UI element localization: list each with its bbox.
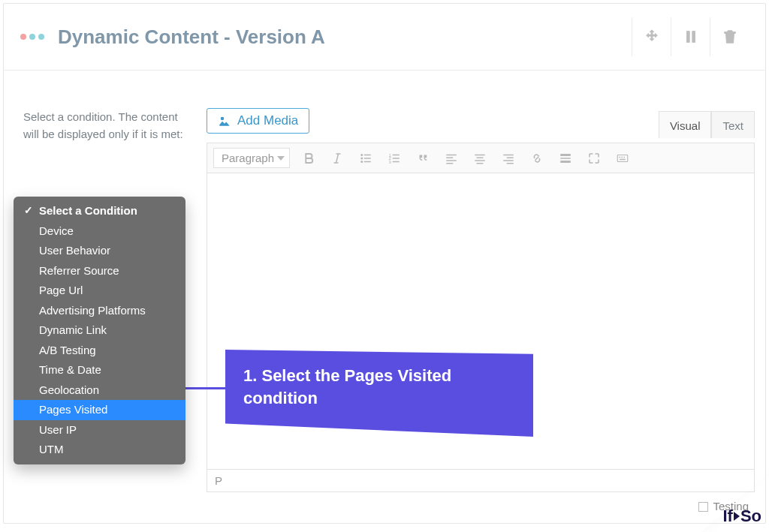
- dropdown-option-pages-visited[interactable]: Pages Visited: [14, 400, 185, 420]
- footer-row: Testing: [207, 492, 755, 512]
- ifso-logo: IfSo: [722, 506, 761, 526]
- editor-tabs: Visual Text: [659, 111, 755, 138]
- editor-toolbar: Paragraph 123: [207, 143, 755, 173]
- quote-button[interactable]: [413, 150, 433, 167]
- dropdown-option-time-date[interactable]: Time & Date: [14, 360, 185, 380]
- svg-rect-24: [507, 157, 514, 158]
- tab-visual[interactable]: Visual: [659, 111, 712, 138]
- align-center-button[interactable]: [470, 150, 490, 167]
- bold-icon: [301, 152, 316, 165]
- move-icon: [644, 29, 660, 45]
- svg-text:3: 3: [389, 159, 392, 164]
- svg-rect-6: [364, 154, 371, 155]
- dropdown-option-user-behavior[interactable]: User Behavior: [14, 241, 185, 261]
- bold-button[interactable]: [299, 150, 318, 167]
- svg-rect-7: [364, 158, 371, 159]
- svg-rect-12: [393, 154, 400, 155]
- dropdown-option-geolocation[interactable]: Geolocation: [14, 380, 185, 401]
- instruction-callout: 1. Select the Pages Visited condition: [225, 350, 533, 437]
- svg-rect-22: [477, 163, 484, 164]
- callout-text: 1. Select the Pages Visited condition: [243, 365, 511, 409]
- play-icon: [734, 512, 740, 521]
- panel-title: Dynamic Content - Version A: [58, 26, 621, 49]
- add-media-button[interactable]: Add Media: [207, 108, 309, 134]
- align-right-button[interactable]: [499, 150, 518, 167]
- move-button[interactable]: [632, 17, 671, 56]
- svg-rect-19: [475, 154, 485, 155]
- dropdown-option-ab-testing[interactable]: A/B Testing: [14, 341, 185, 361]
- panel-header: Dynamic Content - Version A: [4, 4, 765, 71]
- svg-rect-14: [393, 161, 400, 162]
- dropdown-option-page-url[interactable]: Page Url: [14, 281, 185, 301]
- svg-rect-8: [364, 161, 371, 162]
- media-icon: [218, 114, 231, 128]
- dot-icon: [38, 34, 44, 40]
- list-ul-icon: [358, 152, 373, 165]
- align-right-icon: [501, 152, 516, 165]
- header-actions: [632, 17, 749, 56]
- svg-point-3: [360, 154, 363, 156]
- svg-rect-30: [617, 155, 628, 161]
- svg-rect-33: [624, 156, 626, 158]
- svg-rect-17: [446, 160, 457, 161]
- status-bar: P: [207, 470, 755, 492]
- paragraph-select[interactable]: Paragraph: [213, 148, 290, 168]
- condition-dropdown[interactable]: Select a Condition Device User Behavior …: [14, 197, 185, 464]
- add-media-label: Add Media: [237, 113, 298, 128]
- svg-rect-18: [446, 163, 453, 164]
- logo-so: So: [740, 506, 761, 525]
- svg-rect-32: [622, 156, 623, 158]
- trash-icon: [722, 29, 738, 45]
- dropdown-option-user-ip[interactable]: User IP: [14, 420, 185, 440]
- link-button[interactable]: [527, 150, 547, 167]
- ul-button[interactable]: [356, 150, 375, 167]
- italic-icon: [330, 152, 345, 165]
- svg-rect-34: [620, 158, 626, 160]
- kitchensink-button[interactable]: [613, 150, 632, 167]
- svg-rect-21: [475, 160, 485, 161]
- pause-button[interactable]: [671, 17, 710, 56]
- align-left-button[interactable]: [442, 150, 461, 167]
- svg-rect-15: [446, 154, 457, 155]
- align-center-icon: [472, 152, 487, 165]
- delete-button[interactable]: [710, 17, 749, 56]
- svg-point-4: [360, 157, 363, 159]
- dropdown-option-dynamic-link[interactable]: Dynamic Link: [14, 320, 185, 341]
- svg-rect-25: [503, 160, 514, 161]
- readmore-icon: [558, 152, 573, 165]
- list-ol-icon: 123: [387, 152, 402, 165]
- dropdown-placeholder[interactable]: Select a Condition: [14, 201, 185, 221]
- readmore-button[interactable]: [556, 150, 575, 167]
- svg-rect-16: [446, 157, 453, 158]
- svg-rect-13: [393, 158, 400, 159]
- svg-point-5: [360, 161, 363, 163]
- window-dots: [20, 34, 44, 40]
- testing-checkbox[interactable]: [698, 502, 708, 512]
- italic-button[interactable]: [327, 150, 347, 167]
- svg-rect-23: [503, 154, 514, 155]
- svg-rect-0: [686, 32, 689, 43]
- svg-rect-28: [560, 158, 571, 159]
- dropdown-option-utm[interactable]: UTM: [14, 440, 185, 460]
- link-icon: [529, 152, 544, 165]
- keyboard-icon: [615, 152, 630, 165]
- svg-rect-20: [477, 157, 484, 158]
- svg-rect-26: [507, 163, 514, 164]
- svg-rect-29: [560, 161, 571, 163]
- svg-rect-27: [560, 154, 571, 156]
- svg-rect-31: [620, 156, 621, 158]
- condition-help-text: Select a condition. The content will be …: [23, 108, 185, 143]
- logo-if: If: [722, 506, 732, 525]
- editor-column: Add Media Visual Text Paragraph 123: [207, 108, 755, 512]
- tab-text[interactable]: Text: [711, 111, 755, 138]
- dropdown-option-referrer-source[interactable]: Referrer Source: [14, 261, 185, 281]
- svg-rect-1: [692, 32, 695, 43]
- ol-button[interactable]: 123: [384, 150, 404, 167]
- svg-point-2: [221, 117, 225, 121]
- pause-icon: [683, 29, 699, 45]
- dot-icon: [20, 34, 26, 40]
- dropdown-option-device[interactable]: Device: [14, 221, 185, 242]
- align-left-icon: [444, 152, 459, 165]
- dropdown-option-advertising-platforms[interactable]: Advertising Platforms: [14, 301, 185, 321]
- fullscreen-button[interactable]: [584, 150, 604, 167]
